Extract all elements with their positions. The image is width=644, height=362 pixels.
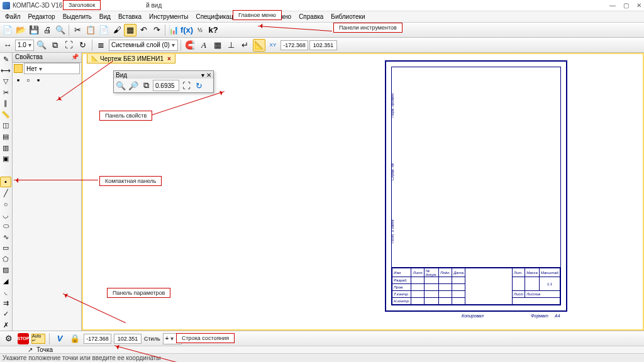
xy-icon[interactable]: XY bbox=[267, 39, 279, 52]
v-icon[interactable]: V bbox=[53, 332, 66, 345]
finish-icon[interactable]: ✓ bbox=[0, 309, 11, 320]
properties-header: Свойства📌 bbox=[13, 53, 81, 63]
drawing-sheet: Перв. примен. Справ. № Подп. и дата ИзмЛ… bbox=[385, 60, 567, 312]
refresh-icon[interactable]: ↻ bbox=[193, 80, 204, 91]
tab-close-icon[interactable]: × bbox=[167, 55, 171, 62]
panel-close-icon[interactable]: ▾ ✕ bbox=[201, 72, 211, 79]
rect-tool[interactable]: ▭ bbox=[0, 243, 11, 254]
manager-icon[interactable]: 📊 bbox=[167, 24, 180, 36]
ortho-icon[interactable]: ⊥ bbox=[225, 39, 238, 52]
view-toolbar: ↔ 1.0▾ 🔍 ⧉ ⛶ ↻ ≣ Системный слой (0)▾ 🧲 A… bbox=[0, 38, 644, 53]
menu-tools[interactable]: Инструменты bbox=[145, 12, 192, 21]
paste-icon[interactable]: 📄 bbox=[97, 24, 110, 36]
fillet-tool[interactable]: ◟ bbox=[0, 287, 11, 298]
undo-icon[interactable]: ↶ bbox=[137, 24, 150, 36]
lcs-icon[interactable]: 📐 bbox=[253, 39, 265, 52]
zoom-icon[interactable]: 🔍 bbox=[35, 39, 48, 52]
dim-icon[interactable]: ⟷ bbox=[0, 65, 11, 77]
help-icon[interactable]: k? bbox=[207, 24, 219, 36]
point-tool[interactable]: • bbox=[0, 177, 11, 188]
scale-combo[interactable]: 1.0▾ bbox=[15, 40, 34, 51]
new-icon[interactable]: 📄 bbox=[1, 24, 14, 36]
view-floating-panel[interactable]: Вид▾ ✕ 🔍 🔎 ⧉ 0.6935 ⛶ ↻ bbox=[113, 70, 214, 93]
fitall-icon[interactable]: ⛶ bbox=[180, 80, 192, 91]
print-icon[interactable]: 🖨 bbox=[41, 24, 53, 36]
stop-button[interactable]: STOP bbox=[18, 333, 29, 344]
param-icon[interactable]: ∥ bbox=[0, 98, 11, 109]
zoomwin-icon[interactable]: ⧉ bbox=[140, 80, 152, 91]
spec-icon[interactable]: ▤ bbox=[0, 131, 11, 143]
p3-icon[interactable]: ▪ bbox=[34, 75, 43, 84]
open-icon[interactable]: 📂 bbox=[14, 24, 27, 36]
lock-icon[interactable]: 🔒 bbox=[69, 332, 81, 345]
line-tool[interactable]: ╱ bbox=[0, 187, 11, 199]
x-coord[interactable]: -172.368 bbox=[280, 40, 308, 50]
p2-icon[interactable]: ▫ bbox=[24, 75, 33, 84]
layer-combo[interactable]: Системный слой (0)▾ bbox=[109, 40, 178, 51]
round-icon[interactable]: ↵ bbox=[239, 39, 252, 52]
hatch-tool[interactable]: ▨ bbox=[0, 265, 11, 276]
properties-panel: Свойства📌 Нет▾ ▪ ▫ ▪ bbox=[13, 53, 82, 331]
menu-insert[interactable]: Вставка bbox=[114, 12, 145, 21]
symb-icon[interactable]: ▽ bbox=[0, 76, 11, 87]
framezoom-icon[interactable]: ⧉ bbox=[49, 39, 62, 52]
meas-icon[interactable]: 📏 bbox=[0, 109, 11, 121]
menu-help[interactable]: Справка bbox=[295, 12, 327, 21]
edit-icon[interactable]: ✂ bbox=[0, 87, 11, 99]
cut-icon[interactable]: ✂ bbox=[71, 24, 84, 36]
cancel-icon[interactable]: ✗ bbox=[0, 320, 11, 331]
views-icon[interactable]: ▣ bbox=[0, 153, 11, 165]
sel-icon[interactable]: ◫ bbox=[0, 120, 11, 131]
menu-file[interactable]: Файл bbox=[1, 12, 25, 21]
special-icon[interactable]: ⚙ bbox=[3, 332, 15, 345]
px-coord[interactable]: -172.368 bbox=[84, 334, 111, 344]
preview-icon[interactable]: 🔍 bbox=[54, 24, 67, 36]
spline-tool[interactable]: ∿ bbox=[0, 231, 11, 243]
auto-button[interactable]: Auto ↵ bbox=[31, 334, 45, 344]
filter-row[interactable]: Нет▾ bbox=[13, 63, 81, 74]
filter-icon bbox=[14, 64, 23, 73]
text-icon[interactable]: A bbox=[197, 39, 210, 52]
offset-tool[interactable]: ⇉ bbox=[0, 298, 11, 309]
zoomout-icon[interactable]: 🔎 bbox=[128, 80, 139, 91]
pin-icon[interactable]: 📌 bbox=[71, 53, 79, 62]
p1-icon[interactable]: ▪ bbox=[14, 75, 23, 84]
circle-tool[interactable]: ○ bbox=[0, 199, 11, 210]
minimize-button[interactable]: — bbox=[609, 2, 616, 9]
callout-params: Панель параметров bbox=[107, 288, 170, 298]
style-label: Стиль bbox=[144, 336, 160, 342]
close-button[interactable]: ✕ bbox=[636, 2, 641, 9]
compact-panel: ✎ ⟷ ▽ ✂ ∥ 📏 ◫ ▤ ▥ ▣ • ╱ ○ ◡ ⬭ ∿ ▭ ⬠ ▨ ◢ … bbox=[0, 53, 13, 331]
document-tab[interactable]: 📐 Чертеж БЕЗ ИМЕНИ1× bbox=[87, 53, 175, 63]
ellipse-tool[interactable]: ⬭ bbox=[0, 221, 11, 232]
save-icon[interactable]: 💾 bbox=[28, 24, 40, 36]
maximize-button[interactable]: ▢ bbox=[623, 2, 629, 9]
zoomin-icon[interactable]: 🔍 bbox=[115, 80, 126, 91]
arrow-icon[interactable]: ↔ bbox=[1, 39, 14, 52]
menu-libs[interactable]: Библиотеки bbox=[327, 12, 369, 21]
layers-icon[interactable]: ≣ bbox=[95, 39, 108, 52]
menu-select[interactable]: Выделить bbox=[59, 12, 96, 21]
copy-icon[interactable]: 📋 bbox=[84, 24, 97, 36]
arc-tool[interactable]: ◡ bbox=[0, 209, 11, 221]
vars-icon[interactable]: f(x) bbox=[180, 24, 193, 36]
y-coord[interactable]: 102.351 bbox=[309, 40, 337, 50]
brush-icon[interactable]: 🖌 bbox=[111, 24, 123, 36]
callout-compact: Компактная панель bbox=[99, 176, 162, 186]
fit-icon[interactable]: ⛶ bbox=[63, 39, 75, 52]
grid-icon[interactable]: ▦ bbox=[211, 39, 224, 52]
py-coord[interactable]: 102.351 bbox=[114, 334, 142, 344]
menu-view[interactable]: Вид bbox=[96, 12, 114, 21]
geom-icon[interactable]: ✎ bbox=[0, 54, 11, 65]
rebuild-icon[interactable]: ↻ bbox=[77, 39, 89, 52]
point-tab[interactable]: Точка bbox=[36, 346, 53, 353]
rep-icon[interactable]: ▥ bbox=[0, 142, 11, 153]
snap-icon[interactable]: 🧲 bbox=[184, 39, 196, 52]
ab-icon[interactable]: ½ bbox=[194, 24, 206, 36]
redo-icon[interactable]: ↷ bbox=[150, 24, 163, 36]
app-title-suffix: й вид bbox=[146, 2, 162, 9]
props-icon[interactable]: ▦ bbox=[124, 24, 136, 36]
poly-tool[interactable]: ⬠ bbox=[0, 253, 11, 265]
chamfer-tool[interactable]: ◢ bbox=[0, 276, 11, 287]
menu-editor[interactable]: Редактор bbox=[25, 12, 59, 21]
